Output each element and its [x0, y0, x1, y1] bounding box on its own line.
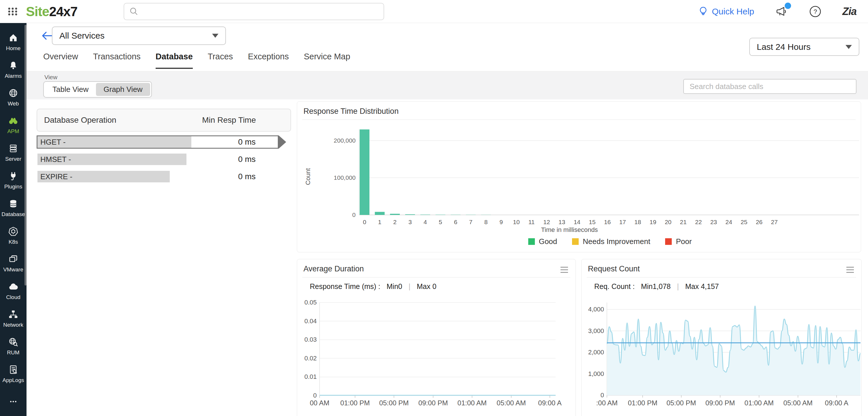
tab-service-map[interactable]: Service Map: [304, 52, 350, 69]
sidebar-item-k8s[interactable]: K8s: [0, 222, 27, 250]
main-panel: Database Operation Min Resp Time HGET -0…: [27, 99, 868, 416]
view-label: View: [44, 74, 57, 81]
tab-traces[interactable]: Traces: [208, 52, 233, 69]
average-duration-card: Average Duration Response Time (ms) : Mi…: [297, 259, 576, 416]
sidebar-item-home[interactable]: Home: [0, 28, 27, 56]
zia-assistant-button[interactable]: Zia: [842, 5, 857, 18]
average-duration-title: Average Duration: [304, 264, 364, 274]
sidebar-item-vmware[interactable]: VMware: [0, 250, 27, 277]
operation-row-hmset[interactable]: HMSET -0 ms: [37, 153, 279, 166]
sidebar-item-label: Server: [5, 156, 21, 162]
topbar: Site24x7 Quick Help ?: [0, 0, 868, 23]
svg-text:00 AM: 00 AM: [310, 399, 330, 407]
svg-text:4: 4: [424, 219, 427, 225]
sidebar-item-more[interactable]: [0, 388, 27, 415]
response-time-distribution-chart[interactable]: 0100,000200,0000123456789101112131415161…: [297, 122, 861, 235]
svg-text:4,000: 4,000: [588, 306, 604, 313]
operation-name: EXPIRE -: [40, 172, 72, 181]
view-toolbar: View Table ViewGraph View: [27, 71, 868, 99]
svg-text:Time in milliseconds: Time in milliseconds: [541, 226, 598, 233]
svg-text:0.05: 0.05: [304, 299, 317, 306]
svg-text:18: 18: [634, 219, 641, 225]
svg-text:23: 23: [710, 219, 717, 225]
applogs-icon: [8, 364, 19, 375]
tab-transactions[interactable]: Transactions: [93, 52, 141, 69]
table-view-button[interactable]: Table View: [45, 83, 96, 96]
global-search[interactable]: [124, 3, 384, 20]
tab-overview[interactable]: Overview: [43, 52, 78, 69]
sidebar-scrollbar[interactable]: [25, 25, 27, 286]
request-count-chart[interactable]: 01,0002,0003,0004,000:00 AM01:00 PM05:00…: [582, 297, 861, 416]
sidebar-item-applogs[interactable]: AppLogs: [0, 360, 27, 388]
operation-row-expire[interactable]: EXPIRE -0 ms: [37, 170, 279, 183]
quick-help-label: Quick Help: [712, 7, 754, 17]
time-range-select[interactable]: Last 24 Hours: [749, 38, 859, 56]
server-icon: [8, 143, 19, 154]
sidebar-item-database[interactable]: Database: [0, 194, 27, 222]
database-icon: [8, 198, 19, 209]
sidebar-item-label: Database: [1, 211, 25, 218]
svg-text:09:00 A: 09:00 A: [538, 399, 561, 407]
sidebar-item-cloud[interactable]: Cloud: [0, 277, 27, 305]
chevron-down-icon: [845, 45, 852, 49]
search-icon: [129, 7, 138, 16]
svg-text:0.03: 0.03: [304, 336, 317, 343]
sidebar-item-apm[interactable]: APM: [0, 111, 27, 139]
app-grid-icon[interactable]: [7, 5, 20, 18]
tab-exceptions[interactable]: Exceptions: [248, 52, 289, 69]
database-calls-search-input[interactable]: [683, 79, 857, 94]
legend-label: Needs Improvement: [583, 237, 650, 246]
announcements-button[interactable]: [775, 5, 788, 18]
request-count-stats: Req. Count : Min1,078 | Max 4,157: [594, 282, 719, 291]
legend-label: Poor: [676, 237, 692, 246]
divider: [302, 120, 856, 120]
help-button[interactable]: ?: [809, 5, 822, 18]
site24x7-logo[interactable]: Site24x7: [26, 4, 78, 19]
divider: [587, 277, 856, 278]
sidebar-item-plugins[interactable]: Plugins: [0, 166, 27, 194]
svg-text:05:00 AM: 05:00 AM: [497, 399, 526, 407]
svg-text:05:00 AM: 05:00 AM: [783, 399, 812, 407]
svg-text:8: 8: [484, 219, 488, 225]
home-icon: [8, 33, 19, 43]
stats-separator: |: [409, 282, 411, 291]
operations-rows: HGET -0 msHMSET -0 msEXPIRE -0 ms: [37, 135, 291, 183]
svg-text:?: ?: [813, 8, 817, 15]
legend-item-poor[interactable]: Poor: [665, 237, 692, 246]
svg-text:27: 27: [771, 219, 777, 225]
tab-database[interactable]: Database: [156, 52, 193, 69]
sidebar-item-rum[interactable]: RUM: [0, 332, 27, 360]
card-menu-icon[interactable]: [846, 267, 854, 275]
database-operations-panel: Database Operation Min Resp Time HGET -0…: [37, 108, 291, 187]
graph-view-button[interactable]: Graph View: [96, 83, 150, 96]
chart-legend: GoodNeeds ImprovementPoor: [359, 237, 861, 246]
bell-icon: [8, 60, 19, 71]
sidebar-item-label: RUM: [7, 349, 19, 356]
svg-text:200,000: 200,000: [334, 137, 355, 144]
sidebar-item-server[interactable]: Server: [0, 139, 27, 166]
svg-text:13: 13: [558, 219, 565, 225]
average-duration-chart[interactable]: 00.010.020.030.040.0500 AM01:00 PM05:00 …: [297, 297, 576, 416]
svg-text:5: 5: [439, 219, 442, 225]
stats-label: Req. Count :: [594, 282, 634, 291]
sidebar-item-alarms[interactable]: Alarms: [0, 56, 27, 84]
svg-text:6: 6: [454, 219, 457, 225]
legend-item-good[interactable]: Good: [528, 237, 557, 246]
svg-text:1: 1: [378, 219, 381, 225]
quick-help-button[interactable]: Quick Help: [698, 6, 754, 17]
global-search-input[interactable]: [143, 7, 378, 16]
card-menu-icon[interactable]: [560, 267, 568, 275]
kubernetes-icon: [8, 226, 19, 236]
sidebar-item-network[interactable]: Network: [0, 305, 27, 332]
service-filter-select[interactable]: All Services: [52, 27, 226, 45]
sidebar-item-web[interactable]: Web: [0, 84, 27, 111]
operation-row-hget[interactable]: HGET -0 ms: [37, 135, 279, 149]
legend-item-needs-improvement[interactable]: Needs Improvement: [572, 237, 650, 246]
svg-text:0: 0: [600, 391, 604, 399]
divider: [302, 277, 570, 278]
svg-text:09:00 PM: 09:00 PM: [706, 399, 735, 407]
svg-text:17: 17: [619, 219, 626, 225]
svg-text:100,000: 100,000: [334, 174, 355, 181]
svg-text:0: 0: [352, 212, 355, 218]
help-circle-icon: ?: [809, 5, 822, 18]
